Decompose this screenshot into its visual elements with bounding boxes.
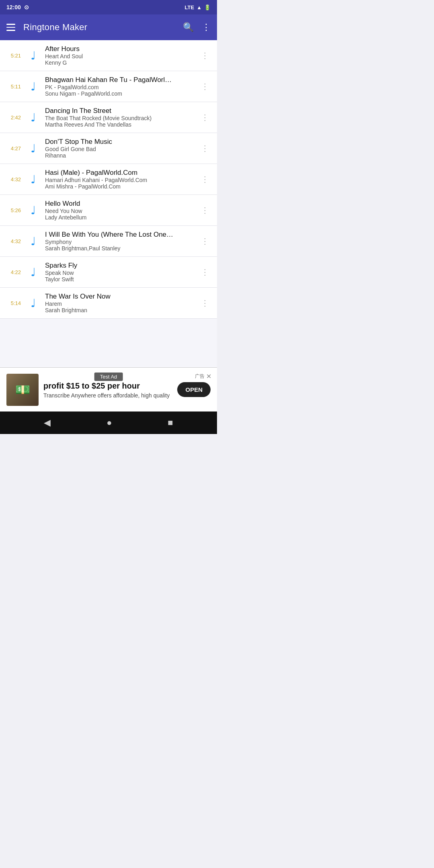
- time-display: 12:00: [6, 4, 21, 10]
- song-album-5: Need You Now: [45, 208, 194, 214]
- song-info-7: Sparks Fly Speak Now Taylor Swift: [45, 262, 194, 283]
- recents-button[interactable]: ■: [168, 418, 173, 428]
- song-album-7: Speak Now: [45, 270, 194, 276]
- app-title: Ringtone Maker: [23, 22, 175, 33]
- nav-bar: ◀ ● ■: [0, 411, 217, 434]
- song-more-icon-6[interactable]: ⋮: [199, 235, 211, 248]
- music-icon-0: ♩: [27, 49, 39, 62]
- song-more-icon-1[interactable]: ⋮: [199, 80, 211, 93]
- song-title-5: Hello World: [45, 200, 194, 208]
- song-info-4: Hasi (Male) - PagalWorld.Com Hamari Adhu…: [45, 169, 194, 190]
- song-item-6[interactable]: 4:32 ♩ I Will Be With You (Where The Los…: [0, 226, 217, 257]
- song-duration-8: 5:14: [6, 300, 21, 306]
- song-more-icon-5[interactable]: ⋮: [199, 204, 211, 217]
- song-info-6: I Will Be With You (Where The Lost One… …: [45, 231, 194, 252]
- song-item-5[interactable]: 5:26 ♩ Hello World Need You Now Lady Ant…: [0, 195, 217, 226]
- song-album-4: Hamari Adhuri Kahani - PagalWorld.Com: [45, 177, 194, 183]
- ad-open-button[interactable]: OPEN: [177, 382, 211, 397]
- song-title-6: I Will Be With You (Where The Lost One…: [45, 231, 194, 239]
- status-right: LTE ▲ 🔋: [185, 4, 211, 10]
- status-left: 12:00 ⊙: [6, 4, 29, 10]
- vpn-icon: ⊙: [24, 4, 29, 10]
- song-artist-2: Martha Reeves And The Vandellas: [45, 121, 194, 128]
- song-info-2: Dancing In The Street The Boat That Rock…: [45, 107, 194, 128]
- back-button[interactable]: ◀: [44, 418, 51, 428]
- song-album-6: Symphony: [45, 239, 194, 245]
- music-icon-7: ♩: [27, 266, 39, 279]
- home-button[interactable]: ●: [106, 418, 112, 428]
- song-info-3: Don'T Stop The Music Good Girl Gone Bad …: [45, 138, 194, 159]
- song-duration-6: 4:32: [6, 238, 21, 244]
- song-item-2[interactable]: 2:42 ♩ Dancing In The Street The Boat Th…: [0, 102, 217, 133]
- song-item-0[interactable]: 5:21 ♩ After Hours Heart And Soul Kenny …: [0, 40, 217, 71]
- song-artist-3: Rihanna: [45, 152, 194, 159]
- music-icon-1: ♩: [27, 80, 39, 93]
- search-icon[interactable]: 🔍: [183, 22, 194, 33]
- song-duration-1: 5:11: [6, 84, 21, 90]
- menu-button[interactable]: [6, 24, 15, 31]
- song-item-4[interactable]: 4:32 ♩ Hasi (Male) - PagalWorld.Com Hama…: [0, 164, 217, 195]
- song-duration-3: 4:27: [6, 145, 21, 151]
- ad-content: profit $15 to $25 per hour Transcribe An…: [43, 381, 172, 399]
- song-album-8: Harem: [45, 301, 194, 307]
- battery-icon: 🔋: [204, 4, 211, 10]
- song-duration-5: 5:26: [6, 207, 21, 213]
- app-bar: Ringtone Maker 🔍 ⋮: [0, 14, 217, 40]
- song-artist-6: Sarah Brightman,Paul Stanley: [45, 245, 194, 252]
- song-title-3: Don'T Stop The Music: [45, 138, 194, 146]
- ad-close-button[interactable]: ✕: [206, 373, 211, 380]
- song-more-icon-3[interactable]: ⋮: [199, 142, 211, 155]
- music-icon-3: ♩: [27, 142, 39, 155]
- song-artist-4: Ami Mishra - PagalWorld.Com: [45, 183, 194, 190]
- song-more-icon-0[interactable]: ⋮: [199, 49, 211, 62]
- more-options-icon[interactable]: ⋮: [202, 22, 211, 33]
- lte-indicator: LTE: [185, 4, 194, 10]
- ad-subtitle: Transcribe Anywhere offers affordable, h…: [43, 392, 172, 399]
- song-album-1: PK - PagalWorld.com: [45, 84, 194, 90]
- song-item-3[interactable]: 4:27 ♩ Don'T Stop The Music Good Girl Go…: [0, 133, 217, 164]
- song-title-7: Sparks Fly: [45, 262, 194, 270]
- song-list: 5:21 ♩ After Hours Heart And Soul Kenny …: [0, 40, 217, 367]
- song-more-icon-4[interactable]: ⋮: [199, 173, 211, 186]
- song-more-icon-2[interactable]: ⋮: [199, 111, 211, 124]
- signal-icon: ▲: [197, 4, 202, 10]
- status-bar: 12:00 ⊙ LTE ▲ 🔋: [0, 0, 217, 14]
- music-icon-6: ♩: [27, 235, 39, 248]
- song-title-1: Bhagwan Hai Kahan Re Tu - PagalWorl…: [45, 76, 194, 84]
- song-title-8: The War Is Over Now: [45, 293, 194, 301]
- ad-banner: Test Ad 广告 ✕ 💵 profit $15 to $25 per hou…: [0, 367, 217, 411]
- song-title-4: Hasi (Male) - PagalWorld.Com: [45, 169, 194, 177]
- music-icon-5: ♩: [27, 204, 39, 217]
- song-duration-0: 5:21: [6, 53, 21, 59]
- song-duration-7: 4:22: [6, 269, 21, 275]
- music-icon-8: ♩: [27, 297, 39, 310]
- ad-image: 💵: [6, 374, 39, 406]
- song-info-0: After Hours Heart And Soul Kenny G: [45, 45, 194, 66]
- song-info-5: Hello World Need You Now Lady Antebellum: [45, 200, 194, 221]
- song-duration-4: 4:32: [6, 176, 21, 182]
- music-icon-4: ♩: [27, 173, 39, 186]
- song-artist-0: Kenny G: [45, 59, 194, 66]
- song-info-8: The War Is Over Now Harem Sarah Brightma…: [45, 293, 194, 313]
- song-title-2: Dancing In The Street: [45, 107, 194, 115]
- song-more-icon-8[interactable]: ⋮: [199, 297, 211, 309]
- ad-mark: 广告: [195, 373, 205, 380]
- song-album-2: The Boat That Rocked (Movie Soundtrack): [45, 115, 194, 121]
- song-album-3: Good Girl Gone Bad: [45, 146, 194, 152]
- ad-corner: 广告 ✕: [195, 373, 211, 380]
- song-duration-2: 2:42: [6, 115, 21, 121]
- song-artist-5: Lady Antebellum: [45, 214, 194, 221]
- song-artist-7: Taylor Swift: [45, 276, 194, 283]
- song-item-8[interactable]: 5:14 ♩ The War Is Over Now Harem Sarah B…: [0, 288, 217, 319]
- song-title-0: After Hours: [45, 45, 194, 53]
- ad-title: profit $15 to $25 per hour: [43, 381, 172, 391]
- song-more-icon-7[interactable]: ⋮: [199, 266, 211, 278]
- song-item-1[interactable]: 5:11 ♩ Bhagwan Hai Kahan Re Tu - PagalWo…: [0, 71, 217, 102]
- music-icon-2: ♩: [27, 111, 39, 124]
- song-artist-1: Sonu Nigam - PagalWorld.com: [45, 90, 194, 97]
- song-item-7[interactable]: 4:22 ♩ Sparks Fly Speak Now Taylor Swift…: [0, 257, 217, 288]
- song-album-0: Heart And Soul: [45, 53, 194, 59]
- song-info-1: Bhagwan Hai Kahan Re Tu - PagalWorl… PK …: [45, 76, 194, 97]
- song-artist-8: Sarah Brightman: [45, 307, 194, 313]
- ad-label: Test Ad: [94, 373, 123, 381]
